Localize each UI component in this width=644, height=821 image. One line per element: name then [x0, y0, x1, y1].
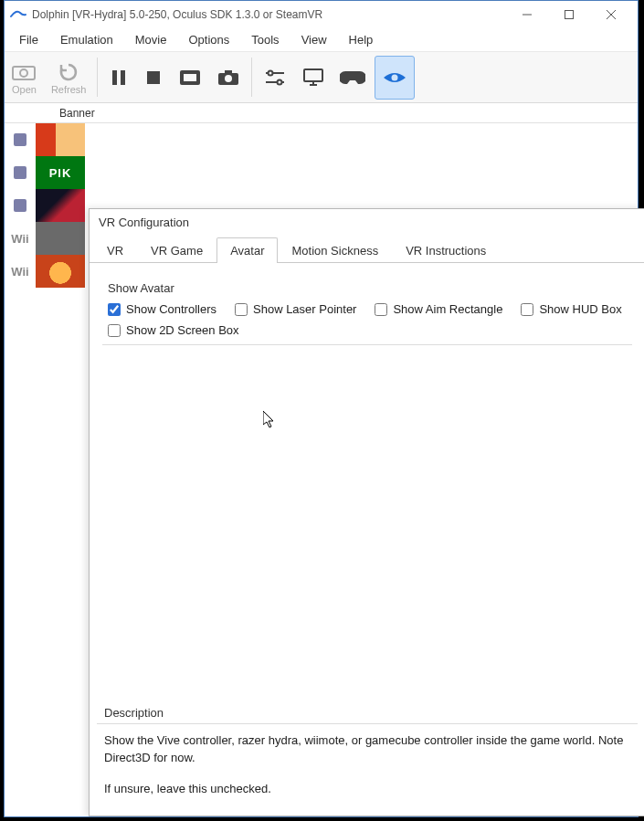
- sliders-icon: [263, 65, 287, 90]
- menu-tools[interactable]: Tools: [242, 31, 288, 48]
- tab-avatar[interactable]: Avatar: [216, 237, 278, 263]
- tab-motion-sickness[interactable]: Motion Sickness: [278, 237, 392, 263]
- svg-rect-6: [112, 70, 117, 85]
- toolbar-refresh[interactable]: Refresh: [44, 52, 94, 102]
- toolbar-controllers[interactable]: [333, 52, 373, 102]
- gamecube-icon: [5, 197, 36, 214]
- main-area: Banner PIK Wii Wii: [5, 103, 638, 816]
- toolbar-screenshot[interactable]: [209, 52, 248, 102]
- description-panel: Description Show the Vive controller, ra…: [90, 702, 644, 816]
- wii-icon: Wii: [5, 232, 36, 246]
- dialog-title: VR Configuration: [90, 209, 644, 235]
- menu-options[interactable]: Options: [179, 31, 238, 48]
- close-button[interactable]: [590, 1, 632, 28]
- svg-point-21: [392, 75, 398, 81]
- toolbar-vr[interactable]: [375, 56, 415, 100]
- svg-rect-24: [14, 199, 26, 212]
- camera-solid-icon: [216, 65, 240, 90]
- game-thumbnail: PIK: [36, 156, 85, 189]
- dialog-tabs: VR VR Game Avatar Motion Sickness VR Ins…: [90, 235, 644, 262]
- toolbar-fullscreen[interactable]: [171, 52, 209, 102]
- monitor-icon: [301, 65, 325, 90]
- toolbar-pause[interactable]: [101, 52, 136, 102]
- list-item[interactable]: PIK: [5, 156, 85, 189]
- titlebar: Dolphin [VR-Hydra] 5.0-250, Oculus SDK 1…: [5, 1, 638, 28]
- list-item[interactable]: [5, 123, 85, 156]
- toolbar-separator: [251, 58, 252, 97]
- toolbar-separator: [97, 58, 98, 97]
- menu-help[interactable]: Help: [340, 31, 383, 48]
- app-logo-icon: [10, 8, 26, 21]
- checkbox-input[interactable]: [521, 303, 533, 316]
- tab-vr[interactable]: VR: [93, 237, 137, 263]
- checkbox-input[interactable]: [108, 303, 121, 316]
- description-label: Description: [97, 702, 638, 723]
- toolbar-stop[interactable]: [136, 52, 171, 102]
- svg-point-16: [269, 70, 273, 75]
- svg-point-13: [225, 75, 232, 82]
- svg-rect-22: [14, 133, 26, 146]
- menu-emulation[interactable]: Emulation: [51, 31, 122, 48]
- svg-rect-1: [565, 11, 574, 19]
- checkbox-show-2d-screen-box[interactable]: Show 2D Screen Box: [108, 323, 239, 337]
- menu-file[interactable]: File: [10, 31, 48, 48]
- list-header-banner[interactable]: Banner: [5, 103, 638, 123]
- description-line: If unsure, leave this unchecked.: [104, 780, 630, 798]
- checkbox-label: Show HUD Box: [539, 302, 621, 316]
- wii-icon: Wii: [5, 265, 36, 279]
- tab-vr-game[interactable]: VR Game: [137, 237, 216, 263]
- menubar: File Emulation Movie Options Tools View …: [5, 28, 638, 52]
- checkbox-show-aim-rectangle[interactable]: Show Aim Rectangle: [375, 302, 502, 316]
- toolbar-graphics[interactable]: [294, 52, 333, 102]
- list-item[interactable]: Wii: [5, 255, 85, 288]
- menu-view[interactable]: View: [292, 31, 336, 48]
- game-thumbnail: [36, 255, 85, 288]
- svg-point-17: [278, 79, 282, 84]
- menu-movie[interactable]: Movie: [126, 31, 176, 48]
- maximize-button[interactable]: [548, 1, 590, 28]
- checkbox-show-laser-pointer[interactable]: Show Laser Pointer: [235, 302, 356, 316]
- description-line: Show the Vive controller, razer hydra, w…: [104, 732, 630, 767]
- stop-icon: [143, 65, 164, 90]
- game-thumbnail: [36, 189, 85, 222]
- vr-config-dialog: VR Configuration VR VR Game Avatar Motio…: [89, 208, 644, 816]
- checkbox-input[interactable]: [108, 324, 121, 337]
- list-item[interactable]: Wii: [5, 222, 85, 255]
- checkbox-label: Show 2D Screen Box: [126, 323, 239, 337]
- list-item[interactable]: [5, 189, 85, 222]
- toolbar-open[interactable]: Open: [5, 52, 44, 102]
- gamecube-icon: [5, 164, 36, 181]
- svg-rect-12: [225, 70, 232, 74]
- checkbox-label: Show Aim Rectangle: [393, 302, 502, 316]
- toolbar-refresh-label: Refresh: [51, 84, 87, 95]
- game-thumbnail: [36, 123, 85, 156]
- refresh-icon: [58, 59, 79, 85]
- pause-icon: [109, 65, 129, 90]
- checkbox-input[interactable]: [375, 303, 387, 316]
- gamepad-icon: [340, 65, 365, 90]
- main-window: Dolphin [VR-Hydra] 5.0-250, Oculus SDK 1…: [4, 0, 639, 817]
- tab-vr-instructions[interactable]: VR Instructions: [392, 237, 500, 263]
- svg-rect-18: [304, 69, 322, 81]
- svg-rect-23: [14, 166, 26, 179]
- game-list: PIK Wii Wii: [5, 123, 85, 288]
- svg-point-5: [20, 69, 27, 77]
- fullscreen-icon: [178, 65, 202, 90]
- svg-rect-8: [147, 71, 160, 84]
- window-title: Dolphin [VR-Hydra] 5.0-250, Oculus SDK 1…: [32, 8, 322, 21]
- eye-icon: [383, 65, 406, 90]
- checkbox-show-controllers[interactable]: Show Controllers: [108, 302, 216, 316]
- checkbox-input[interactable]: [235, 303, 248, 316]
- game-thumbnail: [36, 222, 85, 255]
- toolbar: Open Refresh: [5, 52, 638, 103]
- toolbar-open-label: Open: [12, 84, 37, 95]
- description-text: Show the Vive controller, razer hydra, w…: [97, 723, 638, 798]
- show-avatar-group: Show Avatar Show Controllers Show Laser …: [95, 270, 639, 354]
- checkbox-show-hud-box[interactable]: Show HUD Box: [521, 302, 621, 316]
- group-label: Show Avatar: [108, 281, 632, 295]
- checkbox-label: Show Controllers: [126, 302, 216, 316]
- checkbox-label: Show Laser Pointer: [253, 302, 356, 316]
- toolbar-config[interactable]: [256, 52, 294, 102]
- minimize-button[interactable]: [506, 1, 548, 28]
- camera-icon: [12, 59, 36, 85]
